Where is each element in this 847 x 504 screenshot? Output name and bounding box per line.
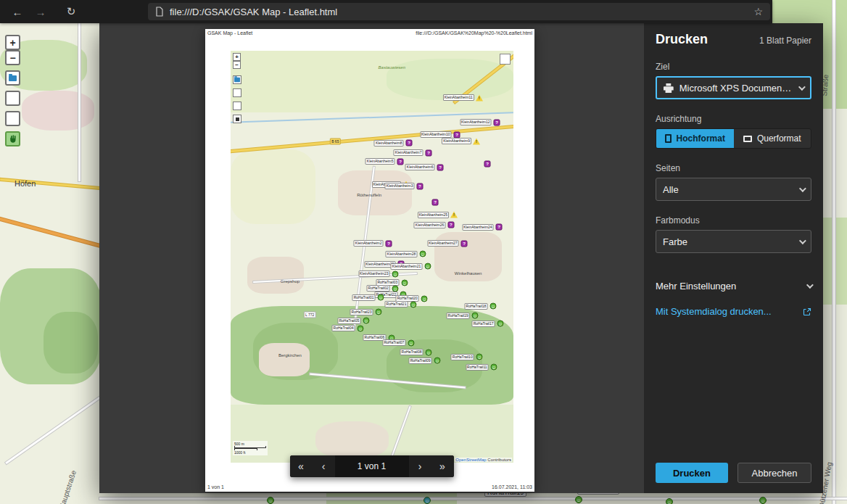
system-dialog-link[interactable]: Mit Systemdialog drucken... bbox=[656, 306, 811, 317]
map-checkbox-2[interactable] bbox=[5, 111, 20, 126]
road-ref-badge: L 772 bbox=[304, 311, 315, 318]
cache-marker-smiley[interactable]: ☺ bbox=[759, 497, 767, 504]
color-mode-select[interactable]: Farbe bbox=[656, 230, 811, 253]
preview-map: + − BastauwiesenRöthenuffelnWinkelhausen… bbox=[231, 51, 513, 463]
scale-imperial-label: 1000 ft bbox=[234, 450, 266, 455]
map-road bbox=[99, 497, 847, 500]
preview-zoom-in-button: + bbox=[233, 53, 241, 61]
map-place-label: Grepshop bbox=[281, 279, 299, 284]
pages-select[interactable]: Alle bbox=[656, 178, 811, 201]
warning-icon bbox=[450, 212, 458, 218]
preview-layers-button bbox=[500, 54, 511, 65]
map-terrain-patch bbox=[247, 257, 304, 294]
last-page-button[interactable]: » bbox=[431, 455, 454, 477]
cache-label: RoHaTrail21 bbox=[385, 301, 408, 307]
portrait-label: Hochformat bbox=[677, 133, 725, 144]
cache-label: KleinAbartheim10 bbox=[420, 131, 451, 138]
cache-label: KleinAbartheim8 bbox=[374, 140, 404, 146]
cache-label: KleinAbartheim2 bbox=[354, 240, 384, 247]
question-icon: ? bbox=[431, 199, 438, 206]
next-page-button[interactable]: › bbox=[409, 455, 431, 477]
landscape-button[interactable]: Querformat bbox=[734, 129, 811, 148]
cache-marker-smiley: ☺RoHaTrail07 bbox=[408, 339, 414, 346]
forward-icon[interactable]: → bbox=[29, 6, 52, 18]
cache-marker-question: ?KleinAbartheim7 bbox=[426, 149, 432, 156]
smiley-icon: ☺ bbox=[419, 251, 426, 257]
dialog-title: Drucken bbox=[656, 32, 708, 47]
open-file-button[interactable] bbox=[5, 70, 20, 86]
cache-marker-question: ?KleinAbartheim10 bbox=[454, 131, 460, 138]
cache-label: RoHaTrail23 bbox=[350, 309, 373, 315]
back-icon[interactable]: ← bbox=[6, 6, 29, 18]
map-checkbox-1[interactable] bbox=[5, 91, 20, 106]
print-button[interactable]: Drucken bbox=[656, 463, 728, 483]
cache-marker-smiley[interactable]: ☺ bbox=[666, 498, 673, 504]
cache-marker-question: ?KleinAbartheim6 bbox=[437, 164, 443, 170]
smiley-icon: ☺ bbox=[497, 321, 504, 327]
cache-marker-question: ?KleinAbartheim3 bbox=[416, 183, 423, 189]
cache-label: KleinAbartheim26 bbox=[414, 222, 445, 228]
cache-marker-smiley[interactable]: ☺ bbox=[267, 497, 274, 504]
question-icon: ? bbox=[454, 131, 460, 138]
destination-select[interactable]: Microsoft XPS Document ... bbox=[656, 76, 811, 99]
reload-icon[interactable]: ↻ bbox=[59, 5, 83, 18]
preview-folder-button bbox=[233, 75, 241, 84]
smiley-icon: ☺ bbox=[434, 358, 441, 364]
question-icon: ? bbox=[416, 183, 423, 189]
external-link-icon bbox=[803, 307, 811, 316]
folder-icon bbox=[234, 78, 240, 82]
question-icon: ? bbox=[493, 119, 500, 125]
cache-label: RoHaTrail08 bbox=[400, 349, 424, 355]
zoom-out-button[interactable]: − bbox=[5, 50, 20, 65]
portrait-icon bbox=[665, 134, 672, 143]
map-place-label: Bastauwiesen bbox=[379, 65, 405, 70]
cancel-button[interactable]: Abbrechen bbox=[737, 463, 811, 483]
question-icon: ? bbox=[386, 240, 392, 247]
prev-page-button[interactable]: ‹ bbox=[313, 455, 335, 477]
smiley-icon: ☺ bbox=[476, 354, 483, 360]
chevron-down-icon bbox=[806, 281, 814, 289]
preview-checkbox-2 bbox=[233, 102, 241, 110]
cache-marker-smiley[interactable]: ☺ bbox=[575, 496, 582, 503]
cache-label: RoHaTrail01 bbox=[352, 294, 376, 301]
preview-header-url: file:///D:/GSAK/GSAK%20Map%20-%20Leaflet… bbox=[416, 30, 532, 36]
page-navigation: « ‹ 1 von 1 › » bbox=[290, 455, 454, 477]
cache-label: RoHaTrail19 bbox=[447, 313, 470, 319]
printer-icon bbox=[664, 83, 674, 93]
favorite-star-icon[interactable]: ☆ bbox=[753, 6, 763, 17]
color-mode-label: Farbmodus bbox=[656, 215, 811, 226]
landscape-label: Querformat bbox=[757, 133, 801, 144]
more-settings-row[interactable]: Mehr Einstellungen bbox=[656, 281, 811, 292]
portrait-button[interactable]: Hochformat bbox=[656, 129, 734, 148]
cache-marker-question: ?KleinAbartheim5 bbox=[397, 158, 404, 165]
print-preview-area: GSAK Map - Leaflet file:///D:/GSAK/GSAK%… bbox=[99, 23, 644, 493]
more-settings-label: Mehr Einstellungen bbox=[656, 281, 736, 292]
smiley-icon: ☺ bbox=[421, 295, 428, 302]
pan-hand-button[interactable] bbox=[5, 131, 20, 146]
destination-value: Microsoft XPS Document ... bbox=[679, 83, 793, 94]
cache-marker-smiley: ☺KleinAbartheim28 bbox=[419, 251, 426, 257]
question-icon: ? bbox=[461, 240, 468, 247]
address-bar[interactable]: file:///D:/GSAK/GSAK Map - Leaflet.html … bbox=[148, 3, 770, 20]
print-dialog: GSAK Map - Leaflet file:///D:/GSAK/GSAK%… bbox=[99, 23, 823, 493]
zoom-in-button[interactable]: + bbox=[5, 35, 20, 50]
smiley-icon: ☺ bbox=[358, 325, 364, 331]
cache-marker-smiley: ☺RoHaTrail23 bbox=[375, 309, 381, 315]
cache-marker-smiley: ☺RoHaTrail17 bbox=[497, 321, 504, 327]
cache-label: RoHaTrail11 bbox=[466, 364, 489, 371]
cache-marker-smiley: ☺RoHaTrail01 bbox=[378, 294, 384, 301]
scale-bar: 500 m 1000 ft bbox=[233, 441, 268, 455]
preview-checkbox-1 bbox=[233, 88, 241, 97]
cache-marker-question: ?KleinAbartheim8 bbox=[406, 140, 413, 146]
cache-label: KleinAbartheim21 bbox=[391, 263, 422, 270]
map-road bbox=[832, 0, 835, 504]
road-ref-badge: B 65 bbox=[330, 138, 340, 144]
cache-marker-smiley[interactable]: ☺ bbox=[424, 497, 431, 504]
preview-page-footer: 1 von 1 16.07.2021, 11:03 bbox=[207, 484, 532, 489]
cache-marker-smiley: ☺KleinAbartheim21 bbox=[424, 263, 431, 270]
map-label: Hauptstraße bbox=[58, 469, 78, 504]
cache-marker-smiley: ☺RoHaTrail19 bbox=[471, 313, 478, 319]
preview-footer-page: 1 von 1 bbox=[207, 484, 224, 489]
cache-label: KleinAbartheim25 bbox=[418, 212, 449, 218]
first-page-button[interactable]: « bbox=[290, 455, 313, 477]
